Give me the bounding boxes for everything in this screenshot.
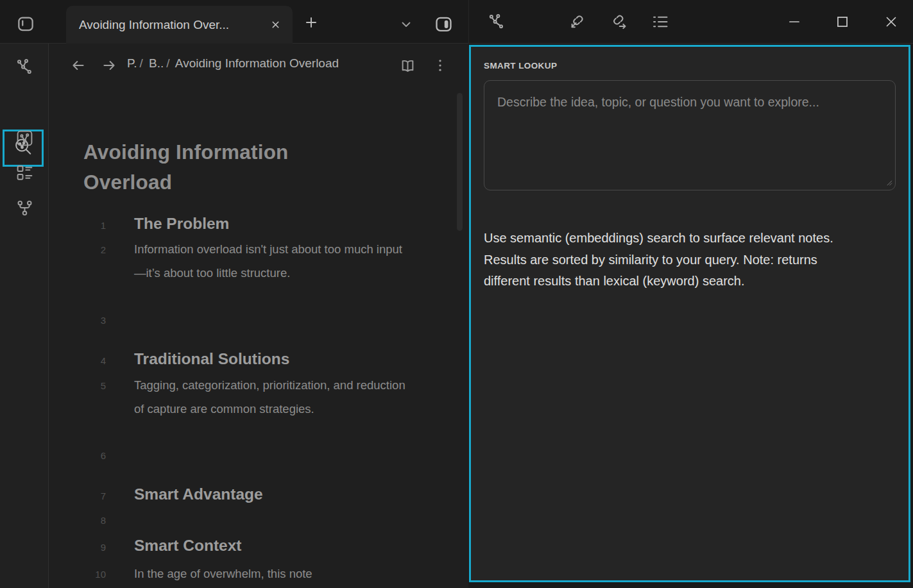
tab-avoiding-information-overload[interactable]: Avoiding Information Over... bbox=[66, 6, 293, 44]
right-panel-toolbar bbox=[468, 0, 913, 44]
minimize-icon bbox=[786, 13, 803, 30]
doc-line-2[interactable]: 2Information overload isn't just about t… bbox=[58, 238, 456, 285]
plus-icon bbox=[303, 14, 320, 31]
smart-connections-icon bbox=[15, 58, 34, 79]
section-heading[interactable]: Smart Advantage bbox=[106, 482, 406, 506]
back-button[interactable] bbox=[67, 54, 90, 77]
paragraph-text[interactable]: Tagging, categorization, prioritization,… bbox=[106, 374, 406, 421]
editor-pane[interactable]: P./ B../ Avoiding Information Overload A… bbox=[49, 44, 468, 588]
rail-blocks-button[interactable] bbox=[5, 157, 44, 190]
link-outgoing-button[interactable] bbox=[606, 9, 631, 35]
paragraph-text[interactable]: In the age of overwhelm, this note bbox=[106, 562, 406, 586]
line-number: 1 bbox=[58, 214, 106, 237]
tab-list-button[interactable] bbox=[396, 14, 416, 35]
doc-line-7[interactable]: 7Smart Advantage bbox=[58, 482, 456, 508]
smart-lookup-panel: SMART LOOKUP Use semantic (embeddings) s… bbox=[469, 45, 910, 582]
line-number: 4 bbox=[58, 349, 106, 373]
rail-smart-graph-button[interactable] bbox=[5, 122, 44, 156]
line-number: 3 bbox=[58, 309, 106, 332]
doc-line-4[interactable]: 4Traditional Solutions bbox=[58, 347, 456, 373]
chevron-down-icon bbox=[398, 17, 414, 32]
reading-mode-button[interactable] bbox=[396, 54, 419, 77]
more-options-button[interactable] bbox=[429, 54, 452, 77]
breadcrumb: P./ B../ Avoiding Information Overload bbox=[127, 56, 339, 71]
book-open-icon bbox=[399, 57, 416, 74]
list-icon bbox=[651, 13, 669, 31]
line-number: 7 bbox=[58, 484, 106, 508]
arrow-right-icon bbox=[101, 57, 117, 74]
panel-heading: SMART LOOKUP bbox=[484, 61, 896, 71]
line-number: 8 bbox=[58, 509, 106, 532]
section-heading[interactable]: Smart Context bbox=[106, 533, 406, 557]
doc-line-6[interactable]: 6 bbox=[58, 444, 456, 467]
graph-box-icon bbox=[15, 129, 34, 150]
link-incoming-icon bbox=[568, 13, 586, 31]
breadcrumb-current-note[interactable]: Avoiding Information Overload bbox=[175, 56, 339, 70]
editor-scrollbar-thumb[interactable] bbox=[457, 93, 463, 231]
line-number: 9 bbox=[58, 535, 106, 559]
sidebar-left-toggle-icon bbox=[16, 14, 35, 33]
doc-line-1[interactable]: 1The Problem bbox=[58, 212, 456, 237]
tab-title: Avoiding Information Over... bbox=[79, 18, 267, 32]
breadcrumb-separator: / bbox=[164, 56, 172, 70]
forward-button[interactable] bbox=[98, 54, 121, 77]
left-icon-rail bbox=[0, 44, 49, 588]
sidebar-right-toggle-button[interactable] bbox=[431, 11, 456, 37]
window-minimize-button[interactable] bbox=[781, 9, 807, 35]
close-icon bbox=[883, 13, 900, 30]
rail-smart-connections-button[interactable] bbox=[5, 51, 44, 85]
window-close-button[interactable] bbox=[878, 9, 904, 35]
line-number: 10 bbox=[58, 563, 106, 587]
line-number: 6 bbox=[58, 444, 106, 467]
breadcrumb-folder[interactable]: B.. bbox=[149, 56, 164, 70]
section-heading[interactable]: The Problem bbox=[106, 212, 406, 235]
titlebar: Avoiding Information Over... bbox=[0, 0, 913, 44]
doc-line-10[interactable]: 10In the age of overwhelm, this note bbox=[58, 562, 456, 587]
maximize-icon bbox=[834, 13, 851, 30]
fork-icon bbox=[15, 199, 34, 220]
smart-connections-button[interactable] bbox=[484, 9, 509, 35]
blocks-list-icon bbox=[15, 164, 34, 185]
rail-fork-button[interactable] bbox=[5, 192, 44, 226]
doc-line-8[interactable]: 8 bbox=[58, 509, 456, 532]
kebab-menu-icon bbox=[432, 57, 448, 74]
smart-connections-icon bbox=[488, 13, 506, 31]
breadcrumb-folder[interactable]: P. bbox=[127, 56, 137, 70]
list-button[interactable] bbox=[647, 9, 673, 35]
link-outgoing-icon bbox=[610, 13, 627, 31]
new-tab-button[interactable] bbox=[301, 12, 321, 33]
link-incoming-button[interactable] bbox=[565, 9, 590, 35]
section-heading[interactable]: Traditional Solutions bbox=[106, 347, 406, 371]
doc-line-3[interactable]: 3 bbox=[58, 309, 456, 332]
tab-close-icon[interactable] bbox=[267, 17, 284, 33]
lookup-help-text: Use semantic (embeddings) search to surf… bbox=[484, 228, 864, 292]
breadcrumb-separator: / bbox=[137, 56, 146, 70]
doc-line-5[interactable]: 5Tagging, categorization, prioritization… bbox=[58, 374, 456, 421]
window-maximize-button[interactable] bbox=[830, 9, 855, 35]
note-title[interactable]: Avoiding Information Overload bbox=[83, 137, 372, 197]
sidebar-right-toggle-icon bbox=[434, 14, 454, 34]
arrow-left-icon bbox=[70, 57, 87, 74]
lookup-input-wrap bbox=[484, 80, 896, 193]
doc-line-9[interactable]: 9Smart Context bbox=[58, 533, 456, 559]
line-number: 5 bbox=[58, 374, 106, 398]
paragraph-text[interactable]: Information overload isn't just about to… bbox=[106, 238, 406, 285]
app-window: :root{--accent:#18a9cd;} Avoiding Inform… bbox=[0, 0, 913, 588]
line-number: 2 bbox=[58, 239, 106, 262]
sidebar-left-toggle-button[interactable] bbox=[13, 11, 38, 37]
lookup-query-input[interactable] bbox=[484, 80, 896, 190]
